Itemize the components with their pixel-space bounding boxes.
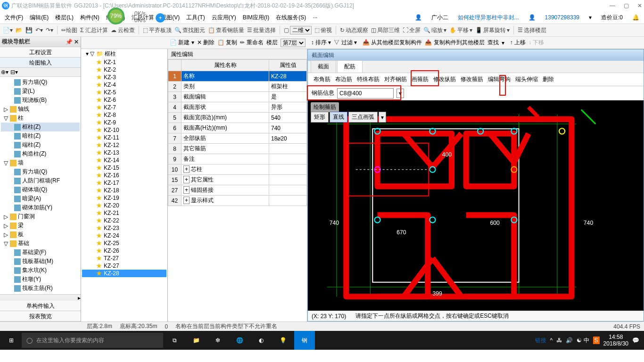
tree-item[interactable]: 暗梁(A) (1, 194, 80, 203)
tree-item[interactable]: ▷梁 (1, 221, 80, 230)
tree-item[interactable]: ▽基础 (1, 239, 80, 248)
prop-row[interactable]: 5截面宽(B边)(mm)540 (168, 113, 307, 123)
help-link[interactable]: 如何处理异形柱中非封... (455, 13, 522, 23)
kz-item[interactable]: KZ-9 (82, 119, 166, 126)
kz-item[interactable]: KZ-15 (82, 164, 166, 172)
prop-row[interactable]: 27+锚固搭接 (168, 185, 307, 196)
tree-item[interactable]: 柱墩(Y) (1, 275, 80, 284)
tb-find[interactable]: 🔍 查找图元 (174, 26, 205, 34)
tray-link[interactable]: 链接 (535, 337, 546, 345)
kz-item[interactable]: KZ-27 (82, 262, 166, 270)
kz-item[interactable]: KZ-21 (82, 209, 166, 217)
btn-arc-dd[interactable]: ▾ (379, 112, 386, 123)
tb-app5[interactable]: 钢 (294, 331, 315, 350)
tree-item[interactable]: 砌体墙(Q) (1, 185, 80, 194)
kz-item[interactable]: KZ-14 (82, 156, 166, 164)
kz-item[interactable]: KZ-19 (82, 194, 166, 202)
ctb-del[interactable]: ✕ 删除 (197, 39, 215, 47)
menu-floor[interactable]: 楼层(L) (52, 13, 76, 23)
kz-root[interactable]: ▾ ▽ 📁 框柱 (82, 49, 166, 58)
kz-item[interactable]: KZ-22 (82, 217, 166, 224)
nav-icon1[interactable]: ⊕▾ (1, 69, 8, 75)
kz-item[interactable]: KZ-17 (82, 179, 166, 187)
sigma-icon[interactable]: Σ 汇总计算 (80, 26, 108, 34)
kz-item[interactable]: KZ-2 (82, 66, 166, 74)
taskbar-search[interactable]: ◯ 在这里输入你要搜索的内容 (22, 333, 163, 348)
save-icon[interactable]: 💾 (25, 27, 33, 33)
tree-item[interactable]: ▽柱 (1, 114, 80, 123)
pin-icon[interactable]: 📌 ✕ (66, 39, 79, 45)
kz-item[interactable]: KZ-8 (82, 111, 166, 119)
menu-component[interactable]: 构件(N) (77, 13, 102, 23)
tb-edge[interactable]: 🌐 (229, 331, 250, 350)
tray-notif[interactable]: 💬 (632, 337, 639, 344)
menu-file[interactable]: 文件(F) (2, 13, 26, 23)
prop-row[interactable]: 9备注 (168, 154, 307, 165)
op-mod-stirrup[interactable]: 修改箍筋 (461, 75, 483, 83)
op-draw-stirrup[interactable]: 画箍筋 (412, 75, 429, 83)
tray-clock[interactable]: 14:582018/8/30 (603, 334, 628, 347)
menu-tool[interactable]: 工具(T) (183, 13, 207, 23)
prop-row[interactable]: 3截面编辑是 (168, 92, 307, 102)
tb-2d[interactable]: ▢ 二维 (284, 26, 312, 34)
ctb-copyto[interactable]: 📤 复制构件到其他楼层 (425, 39, 484, 47)
kz-item[interactable]: KZ-3 (82, 74, 166, 81)
new-icon[interactable]: 📄▾ (3, 27, 13, 33)
tb-full[interactable]: ⛶ 全屏 (403, 26, 421, 34)
kz-item[interactable]: KZ-12 (82, 141, 166, 149)
tree-item[interactable]: 剪力墙(Q) (1, 78, 80, 87)
tb-sel-floor[interactable]: ☰ 选择楼层 (518, 26, 546, 34)
tb-rebar[interactable]: 📋 查看钢筋量 (208, 26, 244, 34)
kz-item[interactable]: KZ-13 (82, 149, 166, 156)
op-corner[interactable]: 布角筋 (314, 75, 330, 83)
tab-section[interactable]: 截面 (311, 60, 336, 73)
tray-net[interactable]: 🖧 (556, 337, 562, 344)
tree-item[interactable]: ▷轴线 (1, 105, 80, 114)
menu-cloud[interactable]: 云应用(Y) (209, 13, 239, 23)
kz-item[interactable]: TZ-27 (82, 255, 166, 262)
tree-item[interactable]: ▽墙 (1, 158, 80, 167)
kz-item[interactable]: KZ-7 (82, 104, 166, 111)
prop-row[interactable]: 10+芯柱 (168, 165, 307, 175)
tree-item[interactable]: 基础梁(F) (1, 248, 80, 257)
cloudcheck-icon[interactable]: ☁ 云检查 (111, 26, 135, 34)
tree-item[interactable]: 框柱(Z) (1, 123, 80, 132)
user-label[interactable]: 广小二 (429, 13, 451, 23)
menu-bim[interactable]: BIM应用(I) (240, 13, 272, 23)
btn-line[interactable]: 直线 (330, 112, 347, 123)
prop-row[interactable]: 15+其它属性 (168, 175, 307, 185)
section-canvas[interactable]: 绘制箍筋 矩形 直线 三点画弧 ▾ (308, 100, 644, 311)
op-mod-long[interactable]: 修改纵筋 (433, 75, 456, 83)
tray-ime[interactable]: ☯ 中 (577, 337, 589, 345)
tray-vol[interactable]: 🔊 (566, 337, 573, 344)
draw-icon[interactable]: ✏绘图 (61, 26, 77, 34)
tb-zoom[interactable]: 🔍 缩放 ▾ (423, 26, 446, 34)
kz-item[interactable]: KZ-23 (82, 224, 166, 232)
op-extend[interactable]: 端头伸缩 (515, 75, 538, 83)
kz-tree[interactable]: ▾ ▽ 📁 框柱 KZ-1 KZ-2 KZ-3 KZ-4 KZ-5 KZ-6 K… (81, 49, 167, 321)
property-grid[interactable]: 属性名称属性值 1名称KZ-282类别框架柱3截面编辑是4截面形状异形5截面宽(… (168, 59, 307, 321)
kz-item[interactable]: KZ-1 (82, 58, 166, 66)
open-icon[interactable]: 📂 (16, 27, 23, 33)
tree-item[interactable]: 人防门框墙(RF (1, 176, 80, 185)
minimize-button[interactable]: — (610, 2, 615, 9)
prop-row[interactable]: 1名称KZ-28 (168, 71, 307, 82)
op-edge[interactable]: 布边筋 (335, 75, 352, 83)
tree-item[interactable]: 端柱(Z) (1, 140, 80, 149)
kz-item[interactable]: KZ-24 (82, 232, 166, 239)
tree-item[interactable]: 筏板主筋(R) (1, 284, 80, 293)
ctb-find[interactable]: 查找 (487, 39, 499, 47)
kz-item[interactable]: KZ-4 (82, 81, 166, 89)
rebar-dropdown[interactable]: ▾ (396, 89, 404, 98)
start-button[interactable]: ⊞ (2, 331, 21, 350)
tree-item[interactable]: 构造柱(Z) (1, 149, 80, 158)
op-special[interactable]: 特殊布筋 (357, 75, 380, 83)
tb-top[interactable]: ⬚ 俯视 (314, 26, 332, 34)
ctb-floor-sel[interactable]: 第7层 (281, 39, 305, 47)
kz-item[interactable]: KZ-25 (82, 239, 166, 247)
tree-item[interactable]: 梁(L) (1, 87, 80, 96)
op-delete[interactable]: 删除 (543, 75, 554, 83)
plus-badge[interactable]: + (156, 13, 165, 23)
tree-item[interactable]: ▷门窗洞 (1, 212, 80, 221)
ctb-rename[interactable]: ✏ 重命名 (240, 39, 263, 47)
